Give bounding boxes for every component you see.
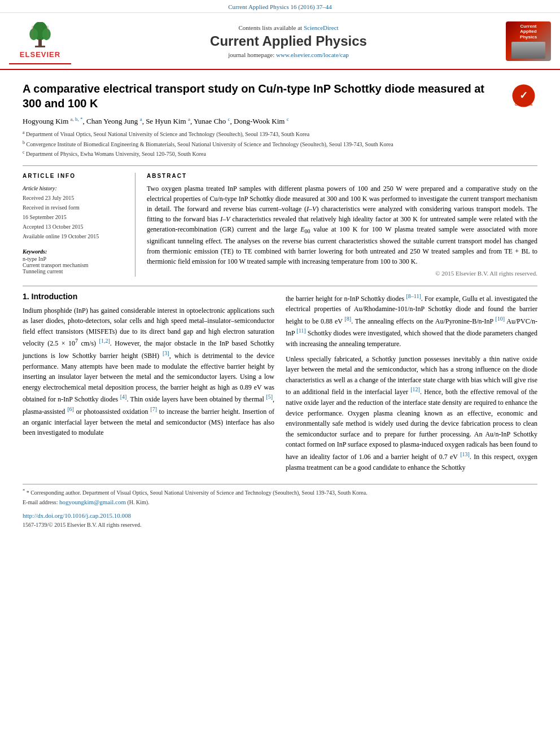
footnote-section: * * Corresponding author. Department of … xyxy=(23,484,537,528)
svg-rect-4 xyxy=(35,46,45,47)
ref-13[interactable]: [13] xyxy=(460,451,470,457)
doi-link[interactable]: http://dx.doi.org/10.1016/j.cap.2015.10.… xyxy=(23,511,537,521)
article-info-heading: ARTICLE INFO xyxy=(23,173,128,179)
article-history: Article history: Received 23 July 2015 R… xyxy=(23,184,128,241)
email-address[interactable]: hogyoungkim@gmail.com xyxy=(59,499,126,505)
history-heading: Article history: xyxy=(23,184,128,193)
high-text: high xyxy=(339,215,351,223)
journal-header: ELSEVIER Contents lists available at Sci… xyxy=(0,13,560,70)
ref-7[interactable]: [7] xyxy=(150,406,157,412)
svg-rect-6 xyxy=(47,26,49,39)
author-2: Chan Yeong Jung a, xyxy=(86,117,144,125)
abstract-column: ABSTRACT Two oxygen plasma treated InP s… xyxy=(147,173,537,276)
top-citation-bar: Current Applied Physics 16 (2016) 37–44 xyxy=(0,0,560,13)
keyword-1: n-type InP xyxy=(23,256,128,262)
ref-11[interactable]: [11] xyxy=(296,327,305,334)
svg-text:CrossMark: CrossMark xyxy=(514,103,532,106)
svg-point-2 xyxy=(42,28,51,40)
keywords-section: Keywords: n-type InP Current transport m… xyxy=(23,247,128,274)
history-revised-date: 16 September 2015 xyxy=(23,212,128,222)
affiliations: a Department of Visual Optics, Seoul Nat… xyxy=(23,129,537,159)
contents-line: Contents lists available at ScienceDirec… xyxy=(71,24,506,31)
authors-line: Hogyoung Kim a, b, *, Chan Yeong Jung a,… xyxy=(23,116,537,126)
affiliation-a: a Department of Visual Optics, Seoul Nat… xyxy=(23,129,537,139)
copyright-line: © 2015 Elsevier B.V. All rights reserved… xyxy=(147,270,537,277)
crossmark-icon: ✓ CrossMark xyxy=(511,83,536,108)
affiliation-c: c Department of Physics, Ewha Womans Uni… xyxy=(23,149,537,159)
ref-3[interactable]: [3] xyxy=(163,350,169,356)
intro-right-paragraph-1: the barrier height for n-InP Schottky di… xyxy=(286,292,537,350)
paper-title-section: A comparative electrical transport study… xyxy=(23,81,537,111)
abstract-heading: ABSTRACT xyxy=(147,173,537,179)
keywords-label: Keywords: xyxy=(23,248,47,255)
author-3: Se Hyun Kim a, xyxy=(146,117,192,125)
ref-12[interactable]: [12] xyxy=(410,386,420,392)
ref-6[interactable]: [6] xyxy=(67,406,74,412)
intro-left-column: 1. Introduction Indium phosphide (InP) h… xyxy=(23,292,274,478)
ref-5[interactable]: [5] xyxy=(266,394,273,400)
article-info-abstract-section: ARTICLE INFO Article history: Received 2… xyxy=(23,165,537,276)
journal-cover-image xyxy=(511,42,545,58)
article-info-column: ARTICLE INFO Article history: Received 2… xyxy=(23,173,135,276)
history-accepted: Accepted 13 October 2015 xyxy=(23,222,128,231)
issn-text: 1567-1739/© 2015 Elsevier B.V. All right… xyxy=(23,521,537,529)
crossmark-badge: ✓ CrossMark xyxy=(509,81,537,110)
intro-right-column: the barrier height for n-InP Schottky di… xyxy=(286,292,537,478)
paper-title: A comparative electrical transport study… xyxy=(23,81,509,111)
affiliation-b: b Convergence Institute of Biomedical En… xyxy=(23,139,537,149)
author-5: Dong-Wook Kim c xyxy=(234,117,289,125)
elsevier-tree-icon xyxy=(23,22,57,50)
page-wrapper: Current Applied Physics 16 (2016) 37–44 … xyxy=(0,0,560,747)
journal-center-info: Contents lists available at ScienceDirec… xyxy=(71,24,506,58)
history-received: Received 23 July 2015 xyxy=(23,193,128,203)
sciencedirect-link[interactable]: ScienceDirect xyxy=(304,24,339,31)
journal-homepage: journal homepage: www.elsevier.com/locat… xyxy=(71,51,506,58)
section-divider xyxy=(23,286,537,286)
svg-rect-5 xyxy=(32,26,33,39)
ref-8-11[interactable]: [8–11] xyxy=(406,293,421,299)
ref-1-2[interactable]: [1,2] xyxy=(99,338,110,344)
homepage-url[interactable]: www.elsevier.com/locate/cap xyxy=(276,51,349,58)
history-online: Available online 19 October 2015 xyxy=(23,231,128,241)
elsevier-logo-section: ELSEVIER xyxy=(9,18,71,64)
journal-title: Current Applied Physics xyxy=(71,33,506,49)
author-4: Yunae Cho c, xyxy=(194,117,232,125)
journal-thumbnail: CurrentAppliedPhysics xyxy=(506,21,551,61)
corresponding-note: * * Corresponding author. Department of … xyxy=(23,488,537,497)
intro-paragraph-1: Indium phosphide (InP) has gained consid… xyxy=(23,305,274,438)
svg-text:✓: ✓ xyxy=(519,90,528,101)
ref-4[interactable]: [4] xyxy=(120,394,127,400)
svg-point-1 xyxy=(29,28,38,40)
history-revised-label: Received in revised form xyxy=(23,203,128,212)
author-1: Hogyoung Kim a, b, *, xyxy=(23,117,85,125)
elsevier-text: ELSEVIER xyxy=(20,50,60,59)
intro-section-title: 1. Introduction xyxy=(23,292,274,301)
article-content: A comparative electrical transport study… xyxy=(0,70,560,540)
abstract-text: Two oxygen plasma treated InP samples wi… xyxy=(147,184,537,266)
elsevier-logo: ELSEVIER xyxy=(20,22,60,59)
keyword-3: Tunneling current xyxy=(23,268,128,274)
email-line: E-mail address: hogyoungkim@gmail.com (H… xyxy=(23,497,537,507)
footer-links: http://dx.doi.org/10.1016/j.cap.2015.10.… xyxy=(23,511,537,529)
intro-right-paragraph-2: Unless specially fabricated, a Schottky … xyxy=(286,354,537,473)
introduction-section: 1. Introduction Indium phosphide (InP) h… xyxy=(23,292,537,478)
citation-text: Current Applied Physics 16 (2016) 37–44 xyxy=(228,3,332,10)
ref-10[interactable]: [10] xyxy=(496,316,505,322)
ref-8[interactable]: [8] xyxy=(344,316,351,322)
keyword-2: Current transport mechanism xyxy=(23,262,128,268)
